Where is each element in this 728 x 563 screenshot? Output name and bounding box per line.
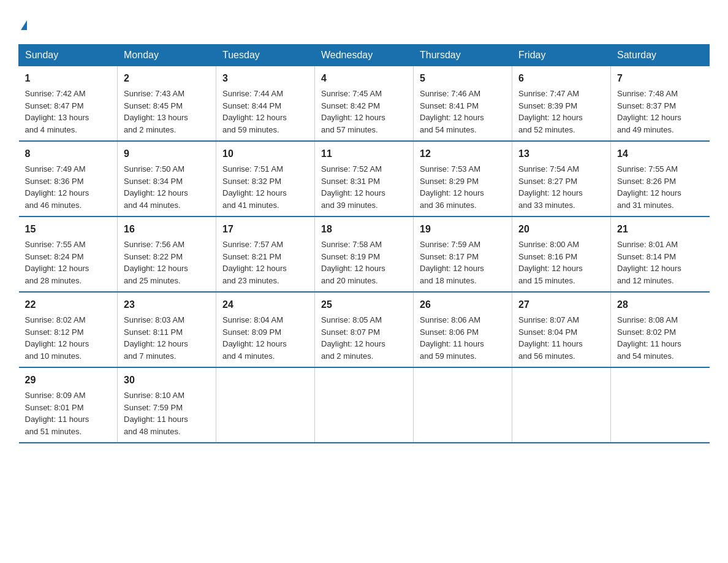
calendar-cell: 21Sunrise: 8:01 AMSunset: 8:14 PMDayligh… [611, 216, 710, 292]
weekday-header-friday: Friday [512, 45, 611, 66]
day-info: Sunrise: 7:50 AMSunset: 8:34 PMDaylight:… [124, 163, 210, 211]
week-row-0: 1Sunrise: 7:42 AMSunset: 8:47 PMDaylight… [19, 66, 710, 142]
calendar-body: 1Sunrise: 7:42 AMSunset: 8:47 PMDaylight… [19, 66, 710, 443]
day-info: Sunrise: 8:05 AMSunset: 8:07 PMDaylight:… [321, 314, 407, 362]
day-info: Sunrise: 7:59 AMSunset: 8:17 PMDaylight:… [420, 239, 506, 286]
day-info: Sunrise: 8:02 AMSunset: 8:12 PMDaylight:… [25, 314, 112, 362]
calendar-cell: 5Sunrise: 7:46 AMSunset: 8:41 PMDaylight… [414, 66, 512, 142]
day-number: 29 [25, 373, 112, 388]
day-info: Sunrise: 7:46 AMSunset: 8:41 PMDaylight:… [420, 88, 506, 136]
calendar-header: SundayMondayTuesdayWednesdayThursdayFrid… [19, 45, 710, 66]
day-number: 20 [518, 222, 604, 237]
calendar-cell: 1Sunrise: 7:42 AMSunset: 8:47 PMDaylight… [19, 66, 118, 142]
calendar-cell: 23Sunrise: 8:03 AMSunset: 8:11 PMDayligh… [118, 292, 216, 367]
header [18, 12, 710, 32]
day-number: 17 [222, 222, 308, 237]
logo [18, 12, 27, 32]
logo-triangle-icon [21, 20, 27, 30]
calendar-cell: 9Sunrise: 7:50 AMSunset: 8:34 PMDaylight… [118, 141, 216, 216]
day-number: 15 [25, 222, 112, 237]
day-number: 3 [222, 71, 308, 86]
weekday-header-wednesday: Wednesday [315, 45, 414, 66]
day-info: Sunrise: 8:01 AMSunset: 8:14 PMDaylight:… [617, 239, 703, 286]
day-number: 13 [518, 147, 604, 161]
week-row-1: 8Sunrise: 7:49 AMSunset: 8:36 PMDaylight… [19, 141, 710, 216]
day-info: Sunrise: 7:49 AMSunset: 8:36 PMDaylight:… [25, 163, 112, 211]
day-info: Sunrise: 7:44 AMSunset: 8:44 PMDaylight:… [222, 88, 308, 136]
calendar-cell: 16Sunrise: 7:56 AMSunset: 8:22 PMDayligh… [118, 216, 216, 292]
day-number: 21 [617, 222, 703, 237]
day-number: 22 [25, 297, 112, 312]
calendar-cell [216, 367, 315, 443]
day-number: 2 [124, 71, 210, 86]
day-number: 11 [321, 147, 407, 161]
calendar-cell: 6Sunrise: 7:47 AMSunset: 8:39 PMDaylight… [512, 66, 611, 142]
calendar-table: SundayMondayTuesdayWednesdayThursdayFrid… [18, 44, 710, 443]
day-info: Sunrise: 7:54 AMSunset: 8:27 PMDaylight:… [518, 163, 604, 211]
calendar-cell: 29Sunrise: 8:09 AMSunset: 8:01 PMDayligh… [19, 367, 118, 443]
logo-general-text [18, 12, 27, 32]
calendar-cell: 30Sunrise: 8:10 AMSunset: 7:59 PMDayligh… [118, 367, 216, 443]
calendar-cell: 24Sunrise: 8:04 AMSunset: 8:09 PMDayligh… [216, 292, 315, 367]
day-number: 18 [321, 222, 407, 237]
day-info: Sunrise: 8:10 AMSunset: 7:59 PMDaylight:… [124, 389, 210, 437]
calendar-cell: 10Sunrise: 7:51 AMSunset: 8:32 PMDayligh… [216, 141, 315, 216]
weekday-header-row: SundayMondayTuesdayWednesdayThursdayFrid… [19, 45, 710, 66]
calendar-cell [414, 367, 512, 443]
calendar-cell: 13Sunrise: 7:54 AMSunset: 8:27 PMDayligh… [512, 141, 611, 216]
calendar-cell: 3Sunrise: 7:44 AMSunset: 8:44 PMDaylight… [216, 66, 315, 142]
day-info: Sunrise: 8:00 AMSunset: 8:16 PMDaylight:… [518, 239, 604, 286]
day-info: Sunrise: 7:55 AMSunset: 8:24 PMDaylight:… [25, 239, 112, 286]
day-info: Sunrise: 7:43 AMSunset: 8:45 PMDaylight:… [124, 88, 210, 136]
day-number: 24 [222, 297, 308, 312]
calendar-cell [611, 367, 710, 443]
day-number: 10 [222, 147, 308, 161]
day-info: Sunrise: 7:52 AMSunset: 8:31 PMDaylight:… [321, 163, 407, 211]
weekday-header-tuesday: Tuesday [216, 45, 315, 66]
calendar-cell: 15Sunrise: 7:55 AMSunset: 8:24 PMDayligh… [19, 216, 118, 292]
week-row-3: 22Sunrise: 8:02 AMSunset: 8:12 PMDayligh… [19, 292, 710, 367]
day-number: 1 [25, 71, 112, 86]
day-info: Sunrise: 7:47 AMSunset: 8:39 PMDaylight:… [518, 88, 604, 136]
weekday-header-thursday: Thursday [414, 45, 512, 66]
day-info: Sunrise: 8:06 AMSunset: 8:06 PMDaylight:… [420, 314, 506, 362]
calendar-cell: 26Sunrise: 8:06 AMSunset: 8:06 PMDayligh… [414, 292, 512, 367]
calendar-cell [315, 367, 414, 443]
day-info: Sunrise: 7:48 AMSunset: 8:37 PMDaylight:… [617, 88, 703, 136]
day-number: 8 [25, 147, 112, 161]
calendar-cell: 19Sunrise: 7:59 AMSunset: 8:17 PMDayligh… [414, 216, 512, 292]
day-info: Sunrise: 7:42 AMSunset: 8:47 PMDaylight:… [25, 88, 112, 136]
calendar-cell [512, 367, 611, 443]
day-number: 4 [321, 71, 407, 86]
day-info: Sunrise: 7:57 AMSunset: 8:21 PMDaylight:… [222, 239, 308, 286]
day-info: Sunrise: 7:51 AMSunset: 8:32 PMDaylight:… [222, 163, 308, 211]
day-info: Sunrise: 8:04 AMSunset: 8:09 PMDaylight:… [222, 314, 308, 362]
day-info: Sunrise: 8:08 AMSunset: 8:02 PMDaylight:… [617, 314, 703, 362]
calendar-cell: 17Sunrise: 7:57 AMSunset: 8:21 PMDayligh… [216, 216, 315, 292]
day-number: 6 [518, 71, 604, 86]
day-number: 26 [420, 297, 506, 312]
day-number: 5 [420, 71, 506, 86]
day-number: 14 [617, 147, 703, 161]
day-info: Sunrise: 8:07 AMSunset: 8:04 PMDaylight:… [518, 314, 604, 362]
week-row-4: 29Sunrise: 8:09 AMSunset: 8:01 PMDayligh… [19, 367, 710, 443]
day-number: 16 [124, 222, 210, 237]
day-number: 9 [124, 147, 210, 161]
calendar-cell: 8Sunrise: 7:49 AMSunset: 8:36 PMDaylight… [19, 141, 118, 216]
calendar-cell: 2Sunrise: 7:43 AMSunset: 8:45 PMDaylight… [118, 66, 216, 142]
calendar-cell: 12Sunrise: 7:53 AMSunset: 8:29 PMDayligh… [414, 141, 512, 216]
weekday-header-monday: Monday [118, 45, 216, 66]
calendar-cell: 22Sunrise: 8:02 AMSunset: 8:12 PMDayligh… [19, 292, 118, 367]
day-number: 25 [321, 297, 407, 312]
calendar-cell: 14Sunrise: 7:55 AMSunset: 8:26 PMDayligh… [611, 141, 710, 216]
calendar-cell: 4Sunrise: 7:45 AMSunset: 8:42 PMDaylight… [315, 66, 414, 142]
day-number: 7 [617, 71, 703, 86]
day-info: Sunrise: 8:03 AMSunset: 8:11 PMDaylight:… [124, 314, 210, 362]
day-number: 28 [617, 297, 703, 312]
day-number: 12 [420, 147, 506, 161]
day-number: 19 [420, 222, 506, 237]
weekday-header-sunday: Sunday [19, 45, 118, 66]
calendar-cell: 28Sunrise: 8:08 AMSunset: 8:02 PMDayligh… [611, 292, 710, 367]
weekday-header-saturday: Saturday [611, 45, 710, 66]
calendar-cell: 20Sunrise: 8:00 AMSunset: 8:16 PMDayligh… [512, 216, 611, 292]
